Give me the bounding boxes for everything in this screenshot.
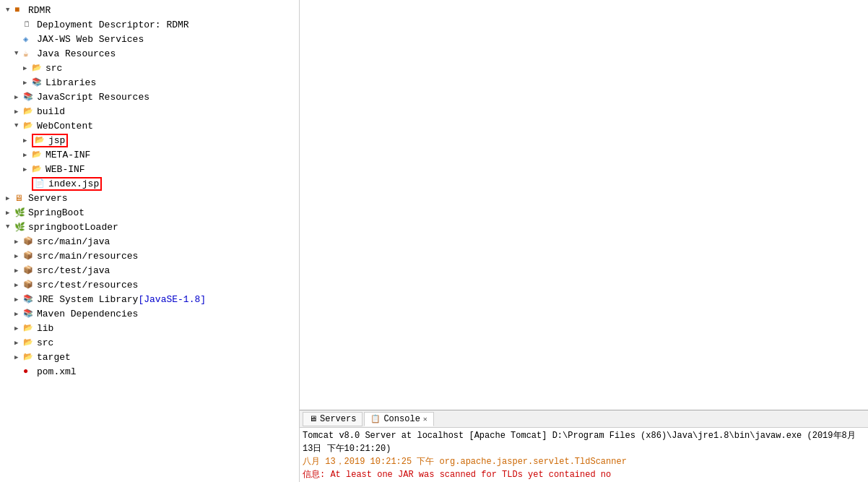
console-tab-label: Console [383,414,420,424]
console-content: Tomcat v8.0 Server at localhost [Apache … [300,428,868,482]
label-servers: Servers [28,193,68,204]
arrow-src-test-resources: ▶ [14,281,23,289]
tree-item-deployment[interactable]: 🗒 Deployment Descriptor: RDMR [0,17,299,32]
tree-item-rdmr[interactable]: ▼ ■ RDMR [0,3,299,17]
arrow-servers: ▶ [6,194,14,202]
tree-item-libraries[interactable]: ▶ 📚 Libraries [0,75,299,90]
tree-item-src-test-resources[interactable]: ▶ 📦 src/test/resources [0,277,299,292]
label-src-test-java: src/test/java [37,265,110,276]
tree-item-web-inf[interactable]: ▶ 📂 WEB-INF [0,162,299,176]
arrow-src-test-java: ▶ [14,267,23,275]
tree-item-lib[interactable]: ▶ 📂 lib [0,321,299,335]
icon-jsp-folder: 📂 [35,135,46,145]
console-line-1: Tomcat v8.0 Server at localhost [Apache … [303,429,865,455]
tab-servers[interactable]: 🖥 Servers [303,412,363,426]
console-line-2: 八月 13，2019 10:21:25 下午 org.apache.jasper… [303,455,865,468]
icon-src-main-java: 📦 [23,236,35,246]
label-springbootloader: springbootLoader [28,222,118,233]
tree-item-build[interactable]: ▶ 📂 build [0,104,299,119]
icon-webcontent-folder: 📂 [23,121,35,131]
arrow-js-resources: ▶ [14,93,23,101]
arrow-libraries: ▶ [23,79,32,87]
tree-item-index-jsp[interactable]: 📄 index.jsp [0,176,299,191]
label-src2: src [37,337,53,348]
tree-item-maven-deps[interactable]: ▶ 📚 Maven Dependencies [0,306,299,321]
tree-container: ▼ ■ RDMR 🗒 Deployment Descriptor: RDMR ◈… [0,0,299,382]
icon-src-test-java: 📦 [23,265,35,275]
label-jre-version: [JavaSE-1.8] [138,294,206,305]
tree-item-jre-library[interactable]: ▶ 📚 JRE System Library [JavaSE-1.8] [0,292,299,306]
icon-pom-xml: ● [23,366,35,376]
tree-item-src-main-resources[interactable]: ▶ 📦 src/main/resources [0,249,299,263]
project-tree: ▼ ■ RDMR 🗒 Deployment Descriptor: RDMR ◈… [0,0,300,482]
icon-target-folder: 📂 [23,352,35,362]
tree-item-jaxws[interactable]: ◈ JAX-WS Web Services [0,32,299,46]
label-src: src [45,63,62,74]
tree-item-src-test-java[interactable]: ▶ 📦 src/test/java [0,263,299,277]
label-web-inf: WEB-INF [45,164,85,175]
tree-item-pom-xml[interactable]: ● pom.xml [0,364,299,379]
arrow-meta-inf: ▶ [23,151,32,159]
label-build: build [37,106,65,117]
label-index-jsp: index.jsp [48,178,99,189]
tree-item-webcontent[interactable]: ▼ 📂 WebContent [0,119,299,133]
icon-web-inf-folder: 📂 [32,164,43,174]
console-line-3: 信息: At least one JAR was scanned for TLD… [303,468,865,481]
label-js-resources: JavaScript Resources [37,92,149,103]
arrow-jsp: ▶ [23,137,32,145]
tree-item-src-main-java[interactable]: ▶ 📦 src/main/java [0,234,299,249]
icon-rdmr: ■ [14,5,26,15]
tab-console[interactable]: 📋 Console ✕ [364,412,433,426]
label-webcontent: WebContent [37,121,93,132]
arrow-lib: ▶ [14,324,23,332]
label-jsp: jsp [48,135,65,146]
label-springboot: SpringBoot [28,207,84,218]
console-close-icon[interactable]: ✕ [423,415,428,423]
arrow-jre-library: ▶ [14,296,23,304]
tree-item-servers[interactable]: ▶ 🖥 Servers [0,191,299,205]
servers-tab-icon: 🖥 [309,414,317,423]
label-meta-inf: META-INF [45,150,90,160]
label-jaxws: JAX-WS Web Services [37,34,144,45]
jsp-highlight: 📂 jsp [32,134,68,147]
arrow-springbootloader: ▼ [6,223,14,231]
tree-item-target[interactable]: ▶ 📂 target [0,350,299,364]
arrow-maven-deps: ▶ [14,310,23,318]
arrow-build: ▶ [14,108,23,116]
tree-item-springboot[interactable]: ▶ 🌿 SpringBoot [0,205,299,220]
icon-meta-inf-folder: 📂 [32,150,43,160]
tree-item-meta-inf[interactable]: ▶ 📂 META-INF [0,147,299,162]
tree-item-springbootloader[interactable]: ▼ 🌿 springbootLoader [0,220,299,234]
icon-src-folder: 📂 [32,63,43,73]
label-maven-deps: Maven Dependencies [37,309,138,319]
icon-src-test-resources: 📦 [23,280,35,290]
tree-item-java-resources[interactable]: ▼ ☕ Java Resources [0,46,299,61]
label-java-resources: Java Resources [37,48,116,59]
icon-java-resources: ☕ [23,48,35,59]
icon-src-main-resources: 📦 [23,251,35,261]
tree-item-js-resources[interactable]: ▶ 📚 JavaScript Resources [0,90,299,104]
servers-tab-label: Servers [320,414,356,424]
label-deployment: Deployment Descriptor: RDMR [37,20,189,30]
label-pom-xml: pom.xml [37,366,77,377]
tree-item-src[interactable]: ▶ 📂 src [0,61,299,75]
tree-item-jsp[interactable]: ▶ 📂 jsp [0,133,299,147]
label-src-main-resources: src/main/resources [37,251,138,262]
tree-item-src2[interactable]: ▶ 📂 src [0,335,299,350]
console-line-3-text: 信息: At least one JAR was scanned for TLD… [303,470,611,480]
icon-src2-folder: 📂 [23,337,35,348]
icon-js-resources: 📚 [23,92,35,102]
label-src-test-resources: src/test/resources [37,280,138,291]
icon-servers: 🖥 [14,193,26,203]
label-lib: lib [37,323,53,334]
icon-maven-deps: 📚 [23,309,35,319]
label-libraries: Libraries [45,77,96,88]
icon-springbootloader: 🌿 [14,222,26,232]
icon-jaxws: ◈ [23,34,35,44]
arrow-springboot: ▶ [6,209,14,217]
arrow-java-resources: ▼ [14,50,23,57]
icon-jre-library: 📚 [23,294,35,304]
console-tab-bar: 🖥 Servers 📋 Console ✕ [300,410,868,428]
arrow-rdmr: ▼ [6,7,14,14]
console-line-2-text: 八月 13，2019 10:21:25 下午 org.apache.jasper… [303,457,627,467]
